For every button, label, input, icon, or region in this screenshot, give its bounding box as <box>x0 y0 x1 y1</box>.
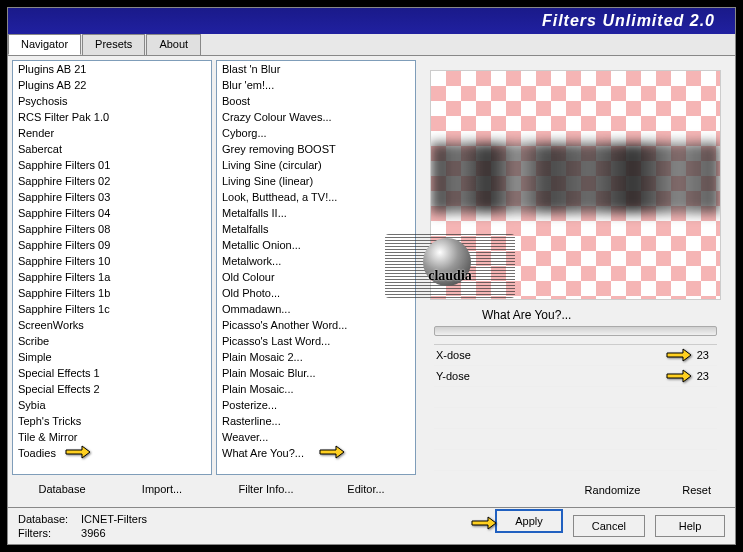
main-area: Plugins AB 21Plugins AB 22PsychosisRCS F… <box>8 56 735 507</box>
list-item[interactable]: Sapphire Filters 1b <box>14 286 210 302</box>
param-row-empty <box>434 408 717 429</box>
reset-button[interactable]: Reset <box>676 481 717 499</box>
progress-bar[interactable] <box>434 326 717 336</box>
list-item[interactable]: Look, Butthead, a TV!... <box>218 190 414 206</box>
list-item[interactable]: Plain Mosaic Blur... <box>218 366 414 382</box>
list-item[interactable]: Rasterline... <box>218 414 414 430</box>
list-item[interactable]: Plain Mosaic... <box>218 382 414 398</box>
filters-listbox[interactable]: Blast 'n BlurBlur 'em!...BoostCrazy Colo… <box>216 60 416 475</box>
tab-presets[interactable]: Presets <box>82 34 145 55</box>
list-item[interactable]: Render <box>14 126 210 142</box>
list-item[interactable]: Toadies <box>14 446 210 462</box>
list-item[interactable]: Metallic Onion... <box>218 238 414 254</box>
list-item[interactable]: Ommadawn... <box>218 302 414 318</box>
categories-buttons: Database Import... <box>12 475 212 503</box>
list-item[interactable]: Metalfalls II... <box>218 206 414 222</box>
list-item[interactable]: Picasso's Another Word... <box>218 318 414 334</box>
editor-button[interactable]: Editor... <box>316 479 416 499</box>
list-item[interactable]: RCS Filter Pak 1.0 <box>14 110 210 126</box>
list-item[interactable]: Grey removing BOOST <box>218 142 414 158</box>
list-item[interactable]: Special Effects 1 <box>14 366 210 382</box>
list-item[interactable]: Plugins AB 22 <box>14 78 210 94</box>
cancel-button[interactable]: Cancel <box>573 515 645 537</box>
param-label: X-dose <box>436 349 665 361</box>
list-item[interactable]: Picasso's Last Word... <box>218 334 414 350</box>
list-item[interactable]: Sapphire Filters 01 <box>14 158 210 174</box>
list-item[interactable]: Tile & Mirror <box>14 430 210 446</box>
help-button[interactable]: Help <box>655 515 725 537</box>
footer-db-value: ICNET-Filters <box>81 513 147 525</box>
list-item[interactable]: Sapphire Filters 10 <box>14 254 210 270</box>
list-item[interactable]: Sapphire Filters 02 <box>14 174 210 190</box>
list-item[interactable]: Old Colour <box>218 270 414 286</box>
list-item[interactable]: Simple <box>14 350 210 366</box>
list-item[interactable]: Sapphire Filters 08 <box>14 222 210 238</box>
list-item[interactable]: Psychosis <box>14 94 210 110</box>
preview-area <box>430 70 721 300</box>
list-item[interactable]: Metalwork... <box>218 254 414 270</box>
tab-navigator[interactable]: Navigator <box>8 34 81 55</box>
categories-column: Plugins AB 21Plugins AB 22PsychosisRCS F… <box>12 60 212 503</box>
list-item[interactable]: Blur 'em!... <box>218 78 414 94</box>
list-item[interactable]: Sabercat <box>14 142 210 158</box>
param-value[interactable]: 23 <box>665 349 715 361</box>
params-list: X-dose23Y-dose23 <box>434 344 717 477</box>
right-panel: What Are You?... X-dose23Y-dose23 Random… <box>420 60 731 503</box>
list-item[interactable]: Boost <box>218 94 414 110</box>
titlebar: Filters Unlimited 2.0 <box>8 8 735 34</box>
list-item[interactable]: Teph's Tricks <box>14 414 210 430</box>
list-item[interactable]: Living Sine (circular) <box>218 158 414 174</box>
param-row-empty <box>434 387 717 408</box>
param-row-empty <box>434 429 717 450</box>
list-item[interactable]: Plain Mosaic 2... <box>218 350 414 366</box>
footer-filt-value: 3966 <box>81 527 105 539</box>
list-item[interactable]: Scribe <box>14 334 210 350</box>
footer-filt-label: Filters: <box>18 527 78 539</box>
list-item[interactable]: Sapphire Filters 1a <box>14 270 210 286</box>
filters-column: Blast 'n BlurBlur 'em!...BoostCrazy Colo… <box>216 60 416 503</box>
list-item[interactable]: Sapphire Filters 04 <box>14 206 210 222</box>
param-row: Y-dose23 <box>434 366 717 387</box>
param-value[interactable]: 23 <box>665 370 715 382</box>
footer: Database: ICNET-Filters Filters: 3966 Ap… <box>8 507 735 544</box>
filterinfo-button[interactable]: Filter Info... <box>216 479 316 499</box>
list-item[interactable]: Old Photo... <box>218 286 414 302</box>
footer-buttons: Apply Cancel Help <box>495 515 725 537</box>
categories-listbox[interactable]: Plugins AB 21Plugins AB 22PsychosisRCS F… <box>12 60 212 475</box>
footer-info: Database: ICNET-Filters Filters: 3966 <box>18 513 495 539</box>
list-item[interactable]: Blast 'n Blur <box>218 62 414 78</box>
list-item[interactable]: ScreenWorks <box>14 318 210 334</box>
list-item[interactable]: Sapphire Filters 09 <box>14 238 210 254</box>
list-item[interactable]: Posterize... <box>218 398 414 414</box>
list-item[interactable]: Special Effects 2 <box>14 382 210 398</box>
list-item[interactable]: Crazy Colour Waves... <box>218 110 414 126</box>
list-item[interactable]: Sapphire Filters 03 <box>14 190 210 206</box>
list-item[interactable]: Plugins AB 21 <box>14 62 210 78</box>
preview-buttons: Randomize Reset <box>422 477 729 501</box>
database-button[interactable]: Database <box>12 479 112 499</box>
filters-buttons: Filter Info... Editor... <box>216 475 416 503</box>
list-item[interactable]: Living Sine (linear) <box>218 174 414 190</box>
list-item[interactable]: Cyborg... <box>218 126 414 142</box>
current-filter-name: What Are You?... <box>422 300 729 322</box>
list-item[interactable]: Sybia <box>14 398 210 414</box>
param-row-empty <box>434 450 717 471</box>
app-window: Filters Unlimited 2.0 Navigator Presets … <box>7 7 736 545</box>
preview-effect <box>431 143 720 213</box>
tab-about[interactable]: About <box>146 34 201 55</box>
list-item[interactable]: Weaver... <box>218 430 414 446</box>
param-label: Y-dose <box>436 370 665 382</box>
list-item[interactable]: What Are You?... <box>218 446 414 462</box>
list-item[interactable]: Metalfalls <box>218 222 414 238</box>
param-row: X-dose23 <box>434 345 717 366</box>
footer-db-label: Database: <box>18 513 78 525</box>
randomize-button[interactable]: Randomize <box>579 481 647 499</box>
apply-button[interactable]: Apply <box>495 509 563 533</box>
tabs-row: Navigator Presets About <box>8 34 735 56</box>
import-button[interactable]: Import... <box>112 479 212 499</box>
list-item[interactable]: Sapphire Filters 1c <box>14 302 210 318</box>
app-title: Filters Unlimited 2.0 <box>542 12 715 30</box>
